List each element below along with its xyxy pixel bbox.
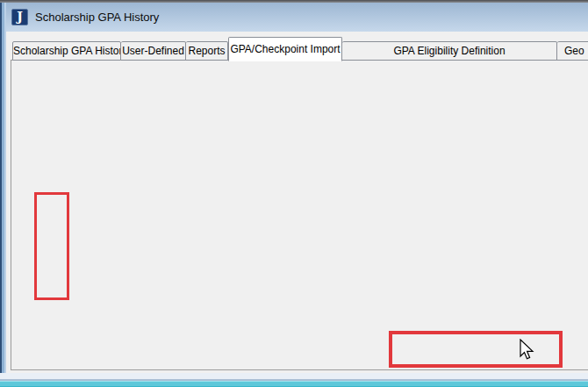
window-title: Scholarship GPA History <box>35 11 159 24</box>
title-bar[interactable]: J Scholarship GPA History <box>6 3 588 32</box>
window-left-border <box>0 3 6 381</box>
scholarship-gpa-history-window: J Scholarship GPA History Scholarship GP… <box>0 0 588 387</box>
tab-reports[interactable]: Reports <box>186 41 228 61</box>
background-window-edge <box>0 381 588 387</box>
tab-geo[interactable]: Geo <box>557 41 588 61</box>
tab-gpa-eligibility-definition[interactable]: GPA Eligibility Definition <box>342 41 557 61</box>
tab-strip: Scholarship GPA History User-Defined Rep… <box>12 36 588 61</box>
tab-page-panel <box>11 60 588 370</box>
app-icon: J <box>11 9 28 25</box>
tab-scholarship-gpa-history[interactable]: Scholarship GPA History <box>12 41 121 61</box>
tab-user-defined[interactable]: User-Defined <box>121 41 186 61</box>
tab-gpa-checkpoint-import[interactable]: GPA/Checkpoint Import <box>228 37 342 61</box>
